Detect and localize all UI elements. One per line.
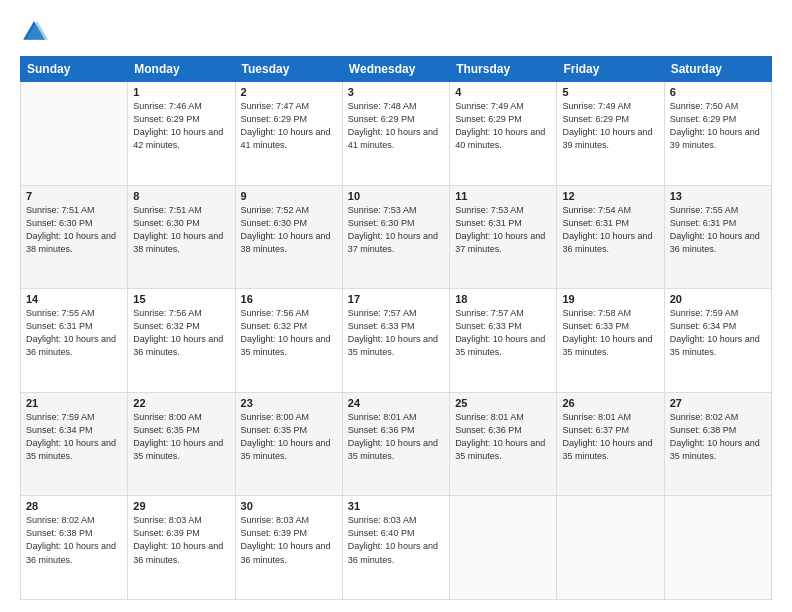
day-number: 19 <box>562 293 658 305</box>
calendar-cell: 17Sunrise: 7:57 AM Sunset: 6:33 PM Dayli… <box>342 289 449 393</box>
weekday-header-monday: Monday <box>128 57 235 82</box>
day-number: 29 <box>133 500 229 512</box>
day-number: 11 <box>455 190 551 202</box>
day-info: Sunrise: 8:03 AM Sunset: 6:39 PM Dayligh… <box>241 514 337 566</box>
day-info: Sunrise: 8:00 AM Sunset: 6:35 PM Dayligh… <box>133 411 229 463</box>
day-number: 30 <box>241 500 337 512</box>
week-row-3: 14Sunrise: 7:55 AM Sunset: 6:31 PM Dayli… <box>21 289 772 393</box>
day-number: 22 <box>133 397 229 409</box>
calendar-cell: 23Sunrise: 8:00 AM Sunset: 6:35 PM Dayli… <box>235 392 342 496</box>
calendar-cell: 21Sunrise: 7:59 AM Sunset: 6:34 PM Dayli… <box>21 392 128 496</box>
day-number: 24 <box>348 397 444 409</box>
weekday-header-wednesday: Wednesday <box>342 57 449 82</box>
day-info: Sunrise: 7:54 AM Sunset: 6:31 PM Dayligh… <box>562 204 658 256</box>
day-number: 15 <box>133 293 229 305</box>
day-number: 14 <box>26 293 122 305</box>
day-info: Sunrise: 8:00 AM Sunset: 6:35 PM Dayligh… <box>241 411 337 463</box>
calendar-cell: 2Sunrise: 7:47 AM Sunset: 6:29 PM Daylig… <box>235 82 342 186</box>
day-info: Sunrise: 7:55 AM Sunset: 6:31 PM Dayligh… <box>26 307 122 359</box>
day-info: Sunrise: 7:46 AM Sunset: 6:29 PM Dayligh… <box>133 100 229 152</box>
day-info: Sunrise: 7:51 AM Sunset: 6:30 PM Dayligh… <box>26 204 122 256</box>
calendar-cell: 24Sunrise: 8:01 AM Sunset: 6:36 PM Dayli… <box>342 392 449 496</box>
calendar-cell: 9Sunrise: 7:52 AM Sunset: 6:30 PM Daylig… <box>235 185 342 289</box>
day-number: 1 <box>133 86 229 98</box>
day-info: Sunrise: 7:55 AM Sunset: 6:31 PM Dayligh… <box>670 204 766 256</box>
header <box>20 18 772 46</box>
day-info: Sunrise: 7:59 AM Sunset: 6:34 PM Dayligh… <box>26 411 122 463</box>
calendar-cell: 29Sunrise: 8:03 AM Sunset: 6:39 PM Dayli… <box>128 496 235 600</box>
calendar-cell: 30Sunrise: 8:03 AM Sunset: 6:39 PM Dayli… <box>235 496 342 600</box>
day-info: Sunrise: 7:58 AM Sunset: 6:33 PM Dayligh… <box>562 307 658 359</box>
weekday-header-thursday: Thursday <box>450 57 557 82</box>
day-number: 28 <box>26 500 122 512</box>
calendar-cell: 3Sunrise: 7:48 AM Sunset: 6:29 PM Daylig… <box>342 82 449 186</box>
calendar-cell: 31Sunrise: 8:03 AM Sunset: 6:40 PM Dayli… <box>342 496 449 600</box>
day-number: 5 <box>562 86 658 98</box>
day-number: 7 <box>26 190 122 202</box>
day-info: Sunrise: 7:49 AM Sunset: 6:29 PM Dayligh… <box>562 100 658 152</box>
logo <box>20 18 52 46</box>
weekday-header-row: SundayMondayTuesdayWednesdayThursdayFrid… <box>21 57 772 82</box>
calendar-table: SundayMondayTuesdayWednesdayThursdayFrid… <box>20 56 772 600</box>
day-info: Sunrise: 8:01 AM Sunset: 6:36 PM Dayligh… <box>348 411 444 463</box>
day-info: Sunrise: 7:52 AM Sunset: 6:30 PM Dayligh… <box>241 204 337 256</box>
day-number: 9 <box>241 190 337 202</box>
calendar-cell: 10Sunrise: 7:53 AM Sunset: 6:30 PM Dayli… <box>342 185 449 289</box>
day-info: Sunrise: 7:47 AM Sunset: 6:29 PM Dayligh… <box>241 100 337 152</box>
calendar-cell: 13Sunrise: 7:55 AM Sunset: 6:31 PM Dayli… <box>664 185 771 289</box>
calendar-cell: 22Sunrise: 8:00 AM Sunset: 6:35 PM Dayli… <box>128 392 235 496</box>
calendar-cell: 4Sunrise: 7:49 AM Sunset: 6:29 PM Daylig… <box>450 82 557 186</box>
calendar-cell: 7Sunrise: 7:51 AM Sunset: 6:30 PM Daylig… <box>21 185 128 289</box>
day-info: Sunrise: 8:03 AM Sunset: 6:39 PM Dayligh… <box>133 514 229 566</box>
day-info: Sunrise: 8:02 AM Sunset: 6:38 PM Dayligh… <box>26 514 122 566</box>
calendar-cell: 15Sunrise: 7:56 AM Sunset: 6:32 PM Dayli… <box>128 289 235 393</box>
day-info: Sunrise: 8:01 AM Sunset: 6:37 PM Dayligh… <box>562 411 658 463</box>
calendar-cell: 11Sunrise: 7:53 AM Sunset: 6:31 PM Dayli… <box>450 185 557 289</box>
week-row-5: 28Sunrise: 8:02 AM Sunset: 6:38 PM Dayli… <box>21 496 772 600</box>
day-info: Sunrise: 7:56 AM Sunset: 6:32 PM Dayligh… <box>133 307 229 359</box>
calendar-cell: 28Sunrise: 8:02 AM Sunset: 6:38 PM Dayli… <box>21 496 128 600</box>
week-row-1: 1Sunrise: 7:46 AM Sunset: 6:29 PM Daylig… <box>21 82 772 186</box>
day-info: Sunrise: 7:49 AM Sunset: 6:29 PM Dayligh… <box>455 100 551 152</box>
calendar-cell <box>21 82 128 186</box>
day-number: 13 <box>670 190 766 202</box>
calendar-cell: 8Sunrise: 7:51 AM Sunset: 6:30 PM Daylig… <box>128 185 235 289</box>
day-number: 16 <box>241 293 337 305</box>
week-row-4: 21Sunrise: 7:59 AM Sunset: 6:34 PM Dayli… <box>21 392 772 496</box>
calendar-cell: 6Sunrise: 7:50 AM Sunset: 6:29 PM Daylig… <box>664 82 771 186</box>
weekday-header-sunday: Sunday <box>21 57 128 82</box>
day-number: 6 <box>670 86 766 98</box>
day-number: 27 <box>670 397 766 409</box>
calendar-cell: 5Sunrise: 7:49 AM Sunset: 6:29 PM Daylig… <box>557 82 664 186</box>
day-number: 12 <box>562 190 658 202</box>
day-number: 21 <box>26 397 122 409</box>
weekday-header-friday: Friday <box>557 57 664 82</box>
day-number: 23 <box>241 397 337 409</box>
calendar-cell: 14Sunrise: 7:55 AM Sunset: 6:31 PM Dayli… <box>21 289 128 393</box>
day-info: Sunrise: 7:56 AM Sunset: 6:32 PM Dayligh… <box>241 307 337 359</box>
calendar-cell: 12Sunrise: 7:54 AM Sunset: 6:31 PM Dayli… <box>557 185 664 289</box>
day-info: Sunrise: 8:03 AM Sunset: 6:40 PM Dayligh… <box>348 514 444 566</box>
day-info: Sunrise: 7:57 AM Sunset: 6:33 PM Dayligh… <box>348 307 444 359</box>
weekday-header-saturday: Saturday <box>664 57 771 82</box>
page: SundayMondayTuesdayWednesdayThursdayFrid… <box>0 0 792 612</box>
week-row-2: 7Sunrise: 7:51 AM Sunset: 6:30 PM Daylig… <box>21 185 772 289</box>
day-number: 31 <box>348 500 444 512</box>
weekday-header-tuesday: Tuesday <box>235 57 342 82</box>
calendar-cell <box>450 496 557 600</box>
calendar-cell: 25Sunrise: 8:01 AM Sunset: 6:36 PM Dayli… <box>450 392 557 496</box>
day-info: Sunrise: 7:57 AM Sunset: 6:33 PM Dayligh… <box>455 307 551 359</box>
day-info: Sunrise: 7:50 AM Sunset: 6:29 PM Dayligh… <box>670 100 766 152</box>
calendar-cell <box>557 496 664 600</box>
day-number: 3 <box>348 86 444 98</box>
day-info: Sunrise: 8:02 AM Sunset: 6:38 PM Dayligh… <box>670 411 766 463</box>
day-info: Sunrise: 7:53 AM Sunset: 6:31 PM Dayligh… <box>455 204 551 256</box>
day-info: Sunrise: 7:51 AM Sunset: 6:30 PM Dayligh… <box>133 204 229 256</box>
day-number: 8 <box>133 190 229 202</box>
day-number: 18 <box>455 293 551 305</box>
day-info: Sunrise: 7:53 AM Sunset: 6:30 PM Dayligh… <box>348 204 444 256</box>
day-number: 2 <box>241 86 337 98</box>
day-info: Sunrise: 7:48 AM Sunset: 6:29 PM Dayligh… <box>348 100 444 152</box>
calendar-cell: 26Sunrise: 8:01 AM Sunset: 6:37 PM Dayli… <box>557 392 664 496</box>
day-number: 25 <box>455 397 551 409</box>
